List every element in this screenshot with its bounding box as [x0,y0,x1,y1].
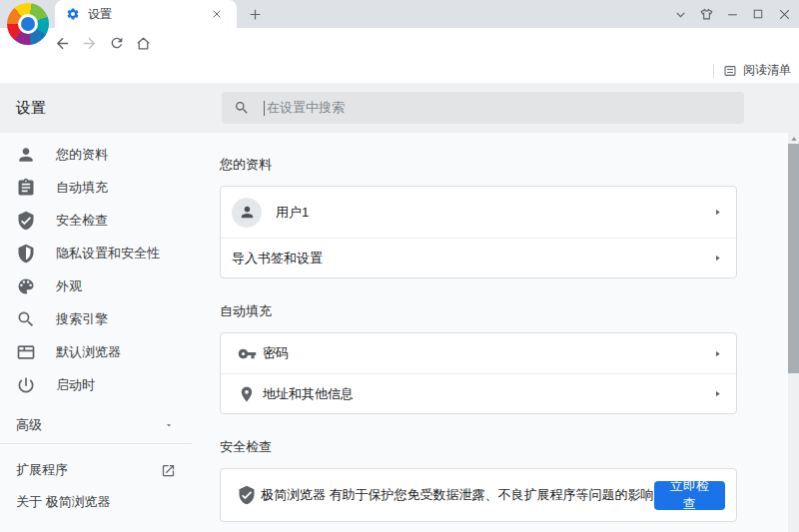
toolbar: 极简浏览器 chrome:// settings 搜索一下 [0,28,799,58]
arrow-right-icon [713,254,722,263]
search-icon [234,100,250,116]
autofill-card: 密码 地址和其他信息 [220,332,737,414]
shield-check-icon [237,485,257,505]
import-bookmarks-row[interactable]: 导入书签和设置 [221,238,736,277]
sidebar-divider [0,443,192,444]
titlebar: 设置 [0,0,799,28]
settings-header: 设置 在设置中搜索 [0,83,799,133]
home-icon[interactable] [130,30,157,56]
person-icon [16,145,36,165]
theme-skin-icon[interactable] [693,2,719,26]
scrollbar-thumb[interactable] [788,144,799,373]
arrow-right-icon [713,349,722,358]
settings-page: 您的资料 自动填充 安全检查 隐私设置和安全性 外观 [0,133,799,532]
passwords-row[interactable]: 密码 [221,333,736,373]
section-title-profile: 您的资料 [220,156,737,174]
key-icon [237,343,257,363]
gear-icon [66,7,80,21]
browser-logo-core [21,17,35,31]
sidebar-item-about[interactable]: 关于 极简浏览器 [0,486,192,518]
close-button[interactable] [771,2,797,26]
sidebar-item-extensions[interactable]: 扩展程序 [0,454,192,486]
advanced-label: 高级 [16,416,42,434]
bookmarks-divider [713,64,714,78]
location-pin-icon [237,384,257,404]
caret-down-icon [164,420,174,430]
page-title: 设置 [16,83,46,133]
addresses-label: 地址和其他信息 [263,385,354,403]
reload-icon[interactable] [103,30,130,56]
reading-list-button[interactable]: 阅读清单 [723,62,791,79]
passwords-label: 密码 [263,344,289,362]
import-bookmarks-label: 导入书签和设置 [232,250,323,267]
window-controls [667,0,797,28]
reading-list-icon [723,64,737,78]
section-title-safety-check: 安全检查 [220,438,737,456]
check-now-button[interactable]: 立即检查 [654,481,725,510]
shield-check-icon [16,211,36,231]
sidebar-advanced-toggle[interactable]: 高级 [0,409,192,441]
power-icon [16,375,36,395]
safety-check-card: 极简浏览器 有助于保护您免受数据泄露、不良扩展程序等问题的影响 立即检查 [220,468,737,522]
section-title-autofill: 自动填充 [220,302,737,320]
sidebar-item-profile[interactable]: 您的资料 [0,138,192,171]
sidebar-item-privacy[interactable]: 隐私设置和安全性 [0,237,192,269]
arrow-right-icon [713,389,722,398]
bookmarks-bar: 阅读清单 [0,58,799,83]
safety-check-description: 极简浏览器 有助于保护您免受数据泄露、不良扩展程序等问题的影响 [261,486,654,504]
minimize-button[interactable] [719,2,745,26]
scrollbar[interactable] [788,133,799,532]
sidebar-item-appearance[interactable]: 外观 [0,269,192,302]
browser-logo [7,3,49,45]
about-label: 关于 极简浏览器 [16,493,111,511]
maximize-button[interactable] [745,2,771,26]
sidebar-item-safety-check[interactable]: 安全检查 [0,204,192,237]
browser-logo-ring [18,14,38,34]
sidebar-item-autofill[interactable]: 自动填充 [0,171,192,204]
sidebar-item-on-startup[interactable]: 启动时 [0,368,192,401]
chevron-down-icon[interactable] [667,2,693,26]
avatar [232,198,262,228]
sidebar-item-default-browser[interactable]: 默认浏览器 [0,335,192,368]
palette-icon [16,276,36,296]
reading-list-label: 阅读清单 [743,62,791,79]
profile-user-row[interactable]: 用户1 [221,187,736,238]
back-icon[interactable] [49,30,76,56]
forward-icon[interactable] [76,30,103,56]
profile-user-label: 用户1 [276,204,309,222]
settings-main: 您的资料 用户1 导入书签和设置 自动填充 [220,133,737,522]
tab-close-icon[interactable] [205,2,229,26]
search-engine-icon [16,309,36,329]
clipboard-icon [16,178,36,198]
new-tab-button[interactable] [243,2,267,26]
text-cursor [264,101,265,116]
settings-search-input[interactable]: 在设置中搜索 [222,92,744,124]
settings-search-placeholder: 在设置中搜索 [267,99,345,117]
addresses-row[interactable]: 地址和其他信息 [221,373,736,413]
profile-card: 用户1 导入书签和设置 [220,186,737,278]
shield-half-icon [16,244,36,264]
sidebar-item-search-engine[interactable]: 搜索引擎 [0,302,192,335]
tab-settings[interactable]: 设置 [55,0,237,28]
external-link-icon [161,463,176,478]
settings-sidebar: 您的资料 自动填充 安全检查 隐私设置和安全性 外观 [0,138,192,518]
browser-window-icon [16,342,36,362]
arrow-right-icon [713,208,722,217]
extensions-label: 扩展程序 [16,461,68,479]
tab-title: 设置 [88,6,205,23]
